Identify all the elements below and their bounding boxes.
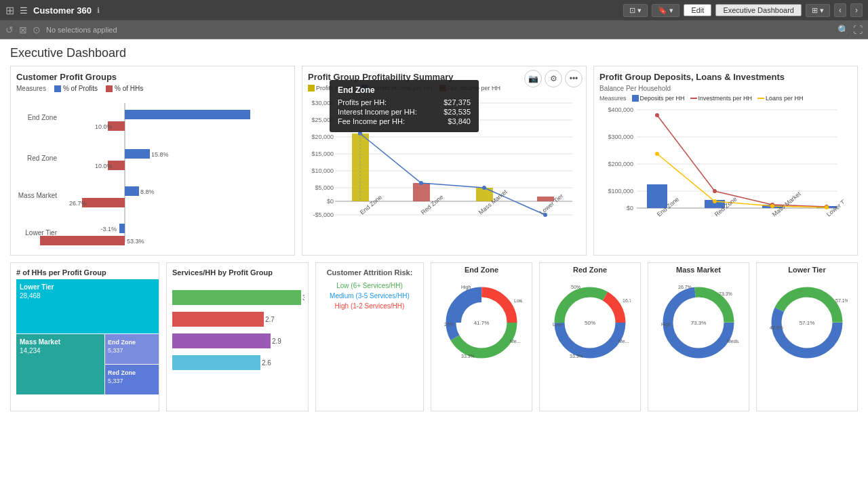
y-label-red-zone: Red Zone [27, 155, 57, 162]
svg-text:$20,000: $20,000 [311, 134, 334, 140]
svg-text:$400,000: $400,000 [608, 106, 633, 113]
monitor-button[interactable]: ⊡ ▾ [623, 4, 648, 17]
lower-tier-profits-bar [119, 224, 125, 233]
edit-button[interactable]: Edit [684, 4, 711, 16]
info-icon: ℹ [97, 6, 100, 15]
svg-text:16.7%: 16.7% [623, 298, 631, 303]
layout-button[interactable]: ⊞ ▾ [806, 4, 830, 17]
svg-point-22 [482, 186, 486, 190]
mass-market-val: 14,234 [20, 347, 41, 354]
y-label-mass-market: Mass Market [18, 192, 57, 199]
services-title: Services/HH by Profit Group [172, 268, 302, 277]
end-zone-val: 5,337 [108, 347, 123, 354]
svg-text:Lower Tier: Lower Tier [538, 192, 565, 216]
mass-market-donut: 73.3% High Mediu... 26.7% 73.3% [658, 275, 739, 370]
loans-legend: Loans per HH [757, 95, 804, 102]
hhs-legend-box [106, 85, 113, 92]
investments-legend: Investments per HH [690, 95, 753, 102]
red-zone-profits-bar [125, 149, 150, 159]
mass-market-label: Mass Market [20, 338, 61, 346]
svg-rect-17 [413, 183, 430, 201]
page-title: Executive Dashboard [10, 46, 858, 60]
lower-tier-hhs-bar [40, 236, 125, 245]
lower-tier-donut-label: Lower Tier [788, 266, 825, 274]
lower-tier-profits-val: -3.1% [100, 226, 117, 232]
dashboard-selector[interactable]: Executive Dashboard [715, 4, 802, 16]
deposits-loans-panel: Profit Group Deposits, Loans & Investmen… [593, 66, 858, 256]
customer-profit-groups-panel: Customer Profit Groups Measures % of Pro… [10, 66, 295, 256]
list-icon[interactable]: ☰ [20, 5, 28, 16]
svg-text:42.9%: 42.9% [770, 325, 783, 330]
end-zone-label: End Zone [108, 339, 136, 346]
svg-point-51 [825, 205, 829, 209]
svg-rect-62 [172, 355, 260, 370]
svg-point-49 [713, 199, 717, 203]
services-panel: Services/HH by Profit Group 3.8 2.7 2.9 … [166, 262, 309, 411]
svg-text:73.3%: 73.3% [719, 291, 732, 296]
svg-text:$0: $0 [327, 198, 334, 205]
red-zone-donut-label: Red Zone [573, 266, 607, 274]
mass-market-profits-val: 8.8% [140, 188, 155, 195]
mass-market-profits-bar [125, 186, 139, 196]
svg-text:Low: Low [514, 298, 522, 303]
tooltip-fee-row: Fee Income per HH: $3,840 [338, 117, 471, 125]
loans-line [757, 98, 764, 99]
svg-text:41.7%: 41.7% [474, 320, 490, 326]
svg-text:50%: 50% [585, 320, 595, 326]
second-bar-right: 🔍 ⛶ [837, 24, 863, 35]
dlp-legend: Measures Deposits per HH Investments per… [599, 95, 852, 102]
dashboard-row1: Customer Profit Groups Measures % of Pro… [10, 66, 858, 256]
red-zone-donut: 50% 16.7% Low Me... 33.3% 50% [549, 275, 631, 370]
svg-point-21 [419, 181, 423, 185]
prev-button[interactable]: ‹ [834, 3, 846, 17]
next-button[interactable]: › [850, 3, 863, 17]
undo-icon[interactable]: ↺ [5, 24, 14, 35]
red-zone-val: 5,337 [108, 378, 123, 384]
no-selections-text: No selections applied [46, 26, 117, 34]
svg-rect-56 [172, 290, 301, 305]
more-button[interactable]: ••• [565, 70, 583, 87]
snapshot-icon[interactable]: ⊙ [33, 24, 41, 35]
attrition-high: High (1-2 Services/HH) [321, 302, 418, 310]
search-icon[interactable]: 🔍 [837, 24, 849, 35]
svg-text:Mediu...: Mediu... [727, 339, 739, 344]
attrition-low: Low (6+ Services/HH) [321, 282, 418, 289]
camera-button[interactable]: 📷 [524, 70, 542, 87]
filter-icon[interactable]: ⊠ [19, 24, 27, 35]
settings-button[interactable]: ⚙ [545, 70, 562, 87]
bookmark-button[interactable]: 🔖 ▾ [652, 4, 679, 17]
mass-market-donut-panel: Mass Market 73.3% High Mediu... 26.7% 73… [648, 262, 749, 411]
top-bar-title: Customer 360 [33, 5, 92, 16]
lower-tier-label: Lower Tier [20, 283, 54, 291]
cpg-legend: Measures % of Profits % of HHs [16, 85, 289, 92]
svg-text:$0: $0 [627, 205, 633, 211]
svg-text:33.3%: 33.3% [570, 354, 583, 359]
mass-market-hhs-bar [82, 198, 125, 207]
measures-label: Measures [599, 95, 627, 102]
app-icon[interactable]: ⊞ [5, 4, 14, 17]
svg-text:2.7: 2.7 [265, 316, 275, 323]
svg-text:2.6: 2.6 [262, 359, 271, 367]
tooltip-profits-row: Profits per HH: $27,375 [338, 98, 471, 106]
svg-text:Mass Market: Mass Market [771, 190, 802, 218]
cpg-chart: End Zone Red Zone Mass Market Lower Tier… [16, 96, 288, 245]
end-zone-donut-panel: End Zone 41.7% Low 25% Me... 33.3% High [431, 262, 532, 411]
tooltip-interest-row: Interest Income per HH: $23,535 [338, 108, 471, 116]
svg-rect-40 [647, 184, 667, 208]
svg-point-48 [655, 152, 659, 156]
profits-legend-box [54, 85, 61, 92]
svg-text:3.8: 3.8 [302, 294, 304, 302]
red-zone-label: Red Zone [108, 369, 136, 376]
hh-title: # of HHs per Profit Group [16, 268, 153, 277]
svg-text:25%: 25% [444, 322, 454, 327]
investments-line [690, 98, 697, 99]
svg-rect-58 [172, 312, 264, 327]
fullscreen-icon[interactable]: ⛶ [853, 24, 863, 35]
tooltip-zone: End Zone [338, 85, 471, 95]
red-zone-donut-panel: Red Zone 50% 16.7% Low Me... 33.3% 50% [539, 262, 641, 411]
mass-market-donut-label: Mass Market [676, 266, 721, 274]
svg-text:26.7%: 26.7% [678, 285, 692, 289]
end-zone-profits-bar [125, 110, 250, 119]
services-chart: 3.8 2.7 2.9 2.6 [172, 283, 304, 395]
second-bar: ↺ ⊠ ⊙ No selections applied 🔍 ⛶ [0, 20, 868, 39]
